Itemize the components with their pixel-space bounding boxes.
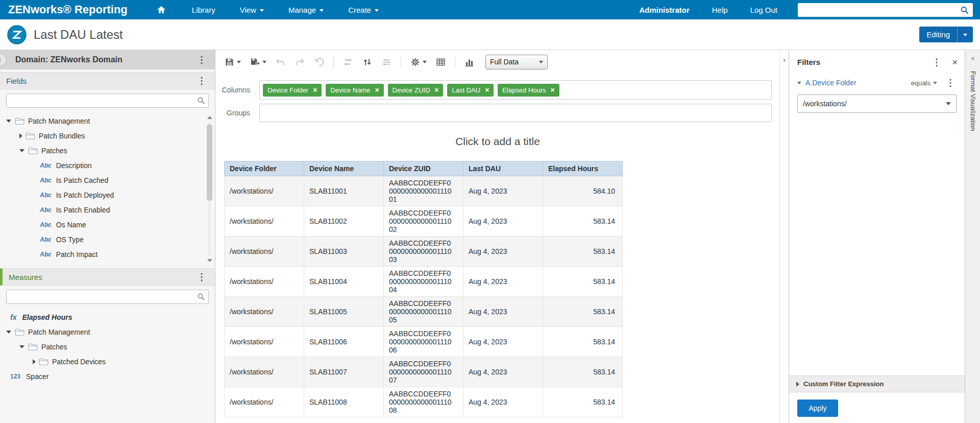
filter-operator-select[interactable]: equals bbox=[911, 79, 937, 87]
tree-field-description[interactable]: Abc Description bbox=[0, 158, 215, 173]
home-button[interactable] bbox=[143, 0, 180, 19]
columns-dropzone[interactable]: Device Folder× Device Name× Device ZUID×… bbox=[259, 80, 772, 100]
expander-icon[interactable] bbox=[19, 345, 24, 348]
export-button[interactable] bbox=[250, 57, 266, 67]
filter-menu-button[interactable]: ⋮ bbox=[943, 78, 958, 87]
tree-field-patch-impact[interactable]: Abc Patch Impact bbox=[0, 247, 215, 262]
format-visualization-tab[interactable]: « Format Visualization bbox=[965, 50, 980, 423]
report-title-placeholder[interactable]: Click to add a title bbox=[216, 135, 779, 148]
column-header-last-dau[interactable]: Last DAU bbox=[463, 161, 543, 176]
tree-field-os-type[interactable]: Abc OS Type bbox=[0, 232, 215, 247]
filter-field-name[interactable]: A.Device Folder bbox=[805, 79, 856, 87]
undo-button[interactable] bbox=[275, 57, 286, 67]
tree-field-is-patch-enabled[interactable]: Abc Is Patch Enabled bbox=[0, 202, 215, 217]
measures-search bbox=[0, 286, 215, 308]
chip-remove-icon[interactable]: × bbox=[313, 86, 317, 93]
scrollbar-thumb[interactable] bbox=[207, 124, 212, 201]
canvas: Full Data Columns Device Folder× Device … bbox=[216, 50, 779, 423]
scroll-down-button[interactable] bbox=[206, 257, 213, 264]
column-header-device-name[interactable]: Device Name bbox=[304, 161, 384, 176]
fields-scrollbar[interactable] bbox=[206, 114, 213, 264]
expander-icon[interactable] bbox=[19, 133, 22, 138]
tree-folder-patch-bundles[interactable]: Patch Bundles bbox=[0, 128, 215, 143]
scroll-up-button[interactable] bbox=[206, 114, 213, 121]
fields-search-input[interactable] bbox=[6, 93, 209, 108]
gear-icon bbox=[410, 57, 421, 67]
text-type-icon: Abc bbox=[40, 236, 52, 243]
expander-icon[interactable] bbox=[6, 331, 11, 334]
chip-remove-icon[interactable]: × bbox=[485, 86, 489, 93]
switch-group-button[interactable] bbox=[342, 57, 353, 67]
expander-icon[interactable] bbox=[6, 120, 11, 123]
chip-remove-icon[interactable]: × bbox=[434, 86, 438, 93]
domain-label: Domain: ZENworks Domain bbox=[15, 55, 122, 64]
column-header-device-folder[interactable]: Device Folder bbox=[225, 161, 304, 176]
display-options-button[interactable] bbox=[435, 57, 446, 67]
editing-button[interactable]: Editing bbox=[919, 27, 973, 42]
measure-spacer[interactable]: 123 Spacer bbox=[0, 369, 215, 384]
table-row: /workstations/ SLAB11003 AABBCCDDEEFF000… bbox=[225, 237, 623, 267]
nav-library[interactable]: Library bbox=[180, 0, 228, 19]
filters-header: Filters ⋮ × bbox=[789, 50, 965, 67]
groups-label: Groups bbox=[216, 109, 250, 117]
tree-field-is-patch-cached[interactable]: Abc Is Patch Cached bbox=[0, 173, 215, 187]
redo-button[interactable] bbox=[295, 57, 305, 67]
apply-button[interactable]: Apply bbox=[797, 400, 838, 417]
tree-folder-patch-management[interactable]: Patch Management bbox=[0, 113, 215, 128]
nav-manage[interactable]: Manage bbox=[276, 0, 336, 19]
undo-all-button[interactable] bbox=[314, 57, 325, 67]
tree-folder-patched-devices[interactable]: Patched Devices bbox=[0, 354, 215, 369]
save-button[interactable] bbox=[224, 57, 241, 67]
column-chip[interactable]: Device Folder× bbox=[263, 84, 322, 97]
column-chip[interactable]: Device Name× bbox=[326, 84, 383, 97]
fields-menu-button[interactable]: ⋮ bbox=[194, 76, 209, 85]
global-search-input[interactable] bbox=[798, 3, 973, 17]
zenworks-logo-icon bbox=[7, 25, 27, 44]
chevron-down-icon bbox=[375, 9, 379, 12]
tree-field-os-name[interactable]: Abc Os Name bbox=[0, 217, 215, 232]
tree-folder-patches[interactable]: Patches bbox=[0, 143, 215, 158]
tree-folder-patch-management-measures[interactable]: Patch Management bbox=[0, 324, 215, 339]
filters-close-button[interactable]: × bbox=[952, 57, 958, 67]
text-type-icon: Abc bbox=[40, 162, 52, 169]
column-chip[interactable]: Last DAU× bbox=[447, 84, 494, 97]
input-controls-button[interactable] bbox=[381, 57, 392, 67]
expand-panel-icon[interactable]: « bbox=[965, 54, 980, 62]
custom-filter-expression-toggle[interactable]: Custom Filter Expression bbox=[789, 375, 965, 392]
column-chip[interactable]: Elapsed Hours× bbox=[498, 84, 559, 97]
chip-remove-icon[interactable]: × bbox=[375, 86, 379, 93]
measures-menu-button[interactable]: ⋮ bbox=[194, 272, 209, 281]
tree-field-is-patch-deployed[interactable]: Abc Is Patch Deployed bbox=[0, 187, 215, 202]
table-row: /workstations/ SLAB11007 AABBCCDDEEFF000… bbox=[225, 357, 623, 387]
numeric-type-icon: 123 bbox=[10, 373, 20, 380]
groups-dropzone[interactable] bbox=[259, 104, 772, 122]
filters-menu-button[interactable]: ⋮ bbox=[929, 58, 944, 67]
chevron-down-icon bbox=[260, 9, 264, 12]
filters-collapse-handle[interactable]: › bbox=[780, 55, 789, 64]
filter-expander-icon[interactable] bbox=[797, 82, 801, 84]
expander-icon[interactable] bbox=[19, 149, 24, 152]
chevron-down-icon bbox=[539, 61, 543, 63]
nav-view[interactable]: View bbox=[228, 0, 276, 19]
canvas-options-button[interactable] bbox=[410, 57, 427, 67]
measure-elapsed-hours[interactable]: fx Elapsed Hours bbox=[0, 310, 215, 324]
column-header-device-zuid[interactable]: Device ZUID bbox=[384, 161, 463, 176]
filter-value-select[interactable]: /workstations/ bbox=[797, 95, 957, 113]
chip-remove-icon[interactable]: × bbox=[551, 86, 555, 93]
chart-type-button[interactable] bbox=[464, 57, 475, 67]
sort-button[interactable] bbox=[362, 57, 373, 67]
tree-folder-patches-measures[interactable]: Patches bbox=[0, 339, 215, 354]
measures-search-input[interactable] bbox=[6, 290, 209, 304]
nav-create[interactable]: Create bbox=[336, 0, 391, 19]
search-icon[interactable] bbox=[960, 5, 970, 15]
expander-icon[interactable] bbox=[33, 359, 36, 364]
logout-link[interactable]: Log Out bbox=[739, 6, 789, 14]
help-link[interactable]: Help bbox=[701, 6, 739, 14]
user-menu[interactable]: Administrator bbox=[628, 6, 700, 14]
bar-chart-icon bbox=[464, 57, 475, 67]
domain-menu-button[interactable]: ⋮ bbox=[194, 55, 209, 64]
column-chip[interactable]: Device ZUID× bbox=[388, 84, 444, 97]
data-mode-select[interactable]: Full Data bbox=[485, 55, 548, 69]
measures-tree: fx Elapsed Hours Patch Management Patche… bbox=[0, 308, 215, 385]
column-header-elapsed-hours[interactable]: Elapsed Hours bbox=[543, 161, 623, 176]
